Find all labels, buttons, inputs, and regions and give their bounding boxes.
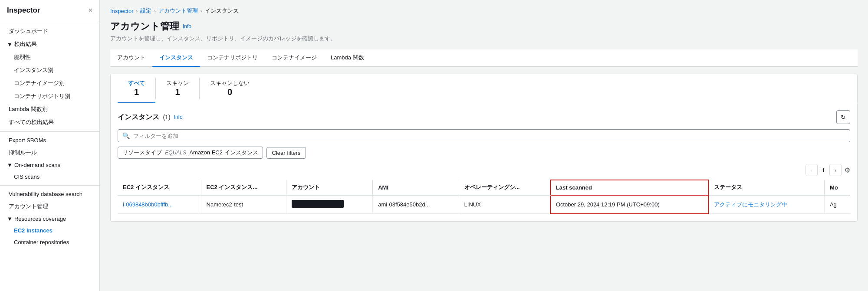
cell-status: アクティブにモニタリング中	[708, 195, 824, 214]
col-ec2-instance-name: EC2 インスタンス...	[201, 180, 286, 195]
chevron-down-icon: ▼	[7, 41, 13, 48]
account-redacted	[292, 200, 344, 208]
table-row: i-069848b0b0bfffb... Name:ec2-test ami-0…	[118, 195, 850, 214]
tabs-bar: アカウント インスタンス コンテナリポジトリ コンテナイメージ Lambda 関…	[110, 49, 858, 67]
summary-tab-no-scan-label: スキャンしない	[210, 80, 250, 86]
chevron-down-icon-2: ▼	[7, 162, 13, 168]
summary-tab-all-label: すべて	[128, 80, 145, 86]
sidebar-item-suppression[interactable]: 抑制ルール	[0, 146, 99, 159]
pagination-row: ‹ 1 › ⚙	[118, 164, 850, 176]
pagination-page: 1	[820, 167, 827, 173]
sidebar-item-by-lambda[interactable]: Lambda 関数別	[0, 103, 99, 116]
sidebar-item-ec2-instances[interactable]: EC2 Instances	[0, 225, 99, 236]
sidebar-header: Inspector ×	[0, 0, 99, 21]
summary-tab-scan[interactable]: スキャン 1	[156, 74, 199, 103]
col-ami: AMI	[373, 180, 459, 195]
sidebar-item-vuln-db[interactable]: Vulnerability database search	[0, 188, 99, 200]
cell-last-scanned: October 29, 2024 12:19 PM (UTC+09:00)	[550, 195, 708, 214]
pagination-next-button[interactable]: ›	[829, 164, 842, 176]
tab-account[interactable]: アカウント	[110, 49, 152, 67]
sidebar-item-by-container-repo[interactable]: コンテナリポジトリ別	[0, 90, 99, 103]
sidebar-item-account-mgmt[interactable]: アカウント管理	[0, 200, 99, 213]
breadcrumb-inspector[interactable]: Inspector	[110, 8, 133, 14]
cell-ami: ami-03f584e50b2d...	[373, 195, 459, 214]
main-inner: Inspector › 設定 › アカウント管理 › インスタンス アカウント管…	[100, 0, 868, 291]
sidebar-on-demand-toggle[interactable]: ▼ On-demand scans	[0, 159, 99, 171]
summary-tab-scan-label: スキャン	[166, 80, 189, 86]
sidebar-item-vulnerability[interactable]: 脆弱性	[0, 51, 99, 64]
page-title-row: アカウント管理 Info	[110, 20, 858, 33]
status-link[interactable]: アクティブにモニタリング中	[714, 201, 787, 208]
filter-label: リソースタイプ	[122, 149, 162, 157]
tab-instances[interactable]: インスタンス	[152, 49, 200, 67]
table-settings-button[interactable]: ⚙	[844, 166, 850, 174]
table-head: EC2 インスタンス EC2 インスタンス... アカウント AMI オペレーテ…	[118, 180, 850, 195]
sidebar-separator-2	[0, 185, 99, 186]
col-account: アカウント	[286, 180, 372, 195]
search-input[interactable]	[133, 133, 845, 139]
sidebar-item-cis-scans[interactable]: CIS scans	[0, 171, 99, 183]
col-ec2-instance: EC2 インスタンス	[118, 180, 201, 195]
sidebar-item-by-instance[interactable]: インスタンス別	[0, 64, 99, 77]
filter-row: リソースタイプ EQUALS Amazon EC2 インスタンス Clear f…	[118, 147, 850, 159]
table-header-row-el: EC2 インスタンス EC2 インスタンス... アカウント AMI オペレーテ…	[118, 180, 850, 195]
refresh-button[interactable]: ↻	[836, 110, 850, 124]
sidebar-item-dashboard[interactable]: ダッシュボード	[0, 25, 99, 38]
table-header-row: インスタンス (1) Info ↻	[118, 110, 850, 124]
search-icon: 🔍	[122, 132, 130, 139]
pagination-prev-button[interactable]: ‹	[806, 164, 818, 176]
cell-ec2-instance-name: Name:ec2-test	[201, 195, 286, 214]
breadcrumb-sep-2: ›	[154, 8, 156, 13]
table-title: インスタンス (1)	[118, 113, 171, 122]
col-os: オペレーティングシ...	[459, 180, 550, 195]
summary-tab-no-scan-count: 0	[210, 87, 250, 97]
summary-tab-all[interactable]: すべて 1	[118, 74, 155, 103]
chevron-down-icon-3: ▼	[7, 216, 13, 222]
sidebar-nav: ダッシュボード ▼ 検出結果 脆弱性 インスタンス別 コンテナイメージ別 コンテ…	[0, 21, 99, 252]
col-last-scanned: Last scanned	[550, 180, 708, 195]
page-header: アカウント管理 Info アカウントを管理し、インスタンス、リポジトリ、イメージ…	[110, 20, 858, 43]
sidebar-item-export-sboms[interactable]: Export SBOMs	[0, 134, 99, 146]
sidebar-item-by-container-image[interactable]: コンテナイメージ別	[0, 77, 99, 90]
sidebar-item-container-repos[interactable]: Container repositories	[0, 236, 99, 248]
page-title: アカウント管理	[110, 20, 179, 33]
col-status: ステータス	[708, 180, 824, 195]
table-section: インスタンス (1) Info ↻ 🔍 リソースタイプ	[111, 103, 857, 221]
table-title-group: インスタンス (1) Info	[118, 113, 183, 122]
page-info-link[interactable]: Info	[183, 23, 191, 29]
sidebar: Inspector × ダッシュボード ▼ 検出結果 脆弱性 インスタンス別 コ…	[0, 0, 100, 291]
tab-lambda[interactable]: Lambda 関数	[324, 49, 371, 67]
ec2-instance-link[interactable]: i-069848b0b0bfffb...	[123, 201, 173, 208]
breadcrumb-settings[interactable]: 設定	[140, 7, 151, 15]
table-body: i-069848b0b0bfffb... Name:ec2-test ami-0…	[118, 195, 850, 214]
cell-mo: Ag	[824, 195, 850, 214]
breadcrumb-account-mgmt[interactable]: アカウント管理	[158, 7, 198, 15]
breadcrumb: Inspector › 設定 › アカウント管理 › インスタンス	[110, 7, 858, 15]
breadcrumb-sep-3: ›	[201, 8, 202, 13]
page-subtitle: アカウントを管理し、インスタンス、リポジトリ、イメージのカバレッジを確認します。	[110, 35, 858, 43]
sidebar-close-button[interactable]: ×	[89, 7, 92, 14]
sidebar-separator-1	[0, 131, 99, 132]
filter-tag-resource-type[interactable]: リソースタイプ EQUALS Amazon EC2 インスタンス	[118, 147, 263, 159]
cell-os: LINUX	[459, 195, 550, 214]
summary-tabs: すべて 1 スキャン 1 スキャンしない 0	[111, 74, 857, 103]
clear-filters-button[interactable]: Clear filters	[266, 147, 306, 159]
table-count: (1)	[163, 114, 170, 121]
tab-container-image[interactable]: コンテナイメージ	[265, 49, 324, 67]
filter-value: Amazon EC2 インスタンス	[189, 149, 258, 157]
breadcrumb-current: インスタンス	[205, 7, 239, 15]
filter-operator: EQUALS	[164, 150, 187, 156]
cell-account	[286, 195, 372, 214]
main-content: Inspector › 設定 › アカウント管理 › インスタンス アカウント管…	[100, 0, 868, 291]
sidebar-resources-coverage-toggle[interactable]: ▼ Resources coverage	[0, 213, 99, 225]
sidebar-findings-toggle[interactable]: ▼ 検出結果	[0, 38, 99, 51]
table-title-text: インスタンス	[118, 113, 159, 121]
summary-tab-scan-count: 1	[166, 87, 189, 97]
data-table: EC2 インスタンス EC2 インスタンス... アカウント AMI オペレーテ…	[118, 180, 850, 214]
content-card: すべて 1 スキャン 1 スキャンしない 0	[110, 74, 858, 222]
summary-tab-all-count: 1	[128, 87, 145, 97]
tab-container-repo[interactable]: コンテナリポジトリ	[200, 49, 265, 67]
table-info-link[interactable]: Info	[174, 114, 183, 120]
summary-tab-no-scan[interactable]: スキャンしない 0	[200, 74, 260, 103]
sidebar-item-all-findings[interactable]: すべての検出結果	[0, 116, 99, 129]
